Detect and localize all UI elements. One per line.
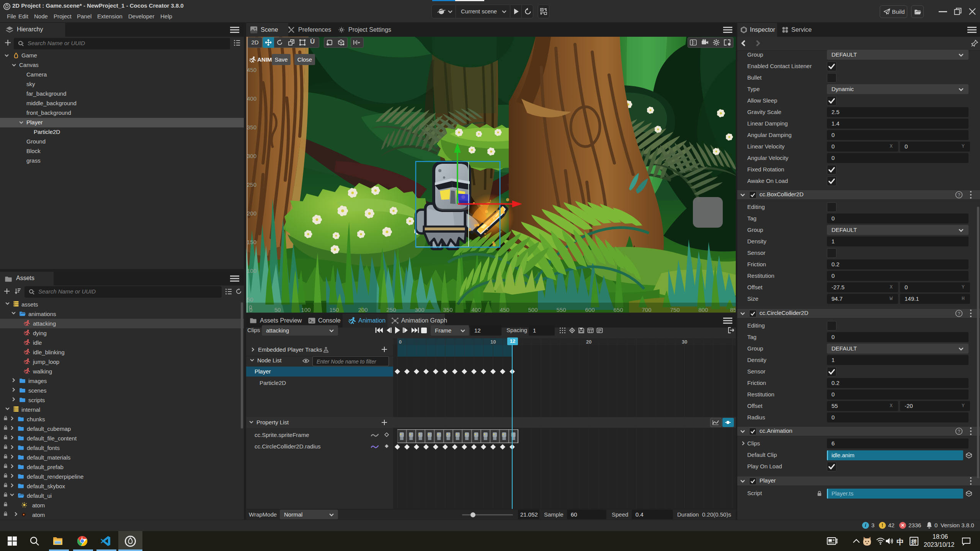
svg-text:750: 750 [670, 306, 679, 313]
svg-text:300: 300 [247, 153, 256, 159]
svg-text:50: 50 [247, 296, 253, 303]
svg-text:350: 350 [247, 124, 256, 130]
svg-text:550: 550 [556, 306, 566, 313]
svg-text:200: 200 [358, 306, 368, 313]
svg-text:150: 150 [329, 306, 339, 313]
svg-text:800: 800 [698, 306, 708, 313]
svg-text:350: 350 [443, 306, 452, 313]
svg-text:450: 450 [500, 306, 509, 313]
svg-text:85: 85 [730, 306, 736, 313]
svg-text:?: ? [958, 429, 960, 434]
svg-text:200: 200 [247, 210, 256, 217]
svg-text:0: 0 [249, 306, 252, 313]
svg-text:450: 450 [247, 67, 256, 73]
svg-text:700: 700 [642, 306, 651, 313]
svg-text:100: 100 [247, 267, 256, 274]
svg-text:400: 400 [247, 95, 256, 102]
svg-text:650: 650 [613, 306, 623, 313]
svg-text:150: 150 [247, 239, 256, 245]
svg-text:?: ? [958, 311, 960, 316]
svg-text:50: 50 [274, 306, 281, 313]
svg-text:300: 300 [415, 306, 424, 313]
svg-text:100: 100 [301, 306, 310, 313]
svg-text:250: 250 [386, 306, 396, 313]
svg-text:?: ? [958, 192, 960, 198]
svg-text:500: 500 [528, 306, 537, 313]
svg-text:400: 400 [471, 306, 481, 313]
svg-text:600: 600 [585, 306, 595, 313]
svg-text:250: 250 [247, 181, 256, 188]
